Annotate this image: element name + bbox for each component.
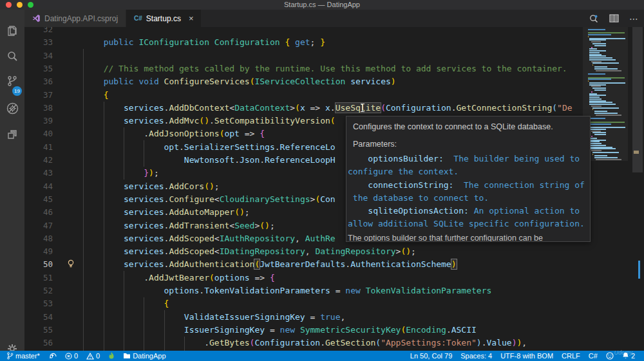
line-number[interactable]: 49 [24,245,53,258]
errors-item[interactable]: 0 [65,352,78,360]
vs-project-icon [32,14,41,23]
code-text: ValidateIssuerSigningKey = true, [63,311,345,324]
line-number[interactable]: 35 [24,62,53,75]
tab-startup-cs[interactable]: C# Startup.cs × [126,10,201,27]
code-line[interactable]: 50 services.AddAuthentication(JwtBearerD… [24,258,628,271]
line-number[interactable]: 45 [24,193,53,206]
source-control-badge: 19 [12,86,22,96]
git-branch-icon [6,352,14,360]
code-line[interactable]: 33 public IConfiguration Configuration {… [24,36,628,49]
code-line[interactable]: 34 [24,50,628,62]
split-editor-icon[interactable] [609,14,619,23]
line-number[interactable]: 43 [24,167,53,180]
line-number[interactable]: 51 [24,272,53,284]
code-text: }); [63,167,159,180]
cursor-position[interactable]: Ln 50, Col 79 [410,352,452,360]
flame-icon[interactable] [108,352,115,360]
code-line[interactable]: 51 .AddJwtBearer(options => { [24,272,628,284]
overview-ruler-marker [634,151,639,154]
more-actions-icon[interactable]: ⋯ [629,14,639,24]
code-line[interactable]: 32 [24,27,628,36]
line-number[interactable]: 46 [24,206,53,219]
line-number[interactable]: 44 [24,180,53,193]
window-title: Startup.cs — DatingApp [0,0,644,10]
line-number[interactable]: 53 [24,297,53,310]
line-number[interactable]: 38 [24,102,53,115]
line-number[interactable]: 32 [24,27,53,36]
tab-label: DatingApp.API.csproj [44,14,118,23]
line-number[interactable]: 34 [24,50,53,62]
git-branch-item[interactable]: master* [6,352,40,360]
code-line[interactable]: 52 options.TokenValidationParameters = n… [24,284,628,297]
line-number[interactable]: 42 [24,154,53,167]
code-text: services.AddDbContext<DataContext>(x => … [63,102,573,115]
code-line[interactable]: 53 { [24,297,628,310]
line-number[interactable]: 40 [24,127,53,140]
warning-icon [86,353,94,360]
find-references-icon[interactable] [589,14,599,24]
search-icon[interactable] [0,44,24,69]
warnings-item[interactable]: 0 [86,352,100,360]
title-bar: Startup.cs — DatingApp [0,0,644,10]
line-number[interactable]: 48 [24,232,53,245]
code-line[interactable]: 35 // This method gets called by the run… [24,62,628,75]
code-text: { [63,297,169,310]
encoding[interactable]: UTF-8 with BOM [500,352,553,360]
code-line[interactable]: 37 { [24,89,628,102]
error-count: 0 [74,352,78,360]
line-number[interactable]: 36 [24,75,53,88]
feedback-smiley-icon[interactable] [606,352,614,360]
code-text: services.AddAutoMapper(); [63,206,250,219]
line-number[interactable]: 37 [24,89,53,102]
status-bar: master* 0 0 DatingApp Ln 50, Col 79 [0,351,644,361]
error-icon [65,353,72,360]
code-line[interactable]: 49 services.AddScoped<IDatingRepository,… [24,245,628,258]
line-number[interactable]: 54 [24,311,53,324]
code-text: // This method gets called by the runtim… [63,62,567,75]
code-line[interactable]: 55 IssuerSigningKey = new SymmetricSecur… [24,324,628,337]
text-cursor-ibeam [362,104,363,112]
tab-datingapp-api-csproj[interactable]: DatingApp.API.csproj [24,10,126,27]
line-number[interactable]: 56 [24,337,53,349]
line-number[interactable]: 33 [24,36,53,49]
code-text: options.TokenValidationParameters = new … [63,284,491,297]
code-text: { [63,89,108,102]
line-number[interactable]: 41 [24,141,53,154]
lightbulb-icon[interactable] [67,259,75,268]
line-number[interactable]: 55 [24,324,53,337]
extensions-icon[interactable] [0,122,24,146]
tooltip-summary: Configures the context to connect to a S… [353,122,583,131]
code-line[interactable]: 56 .GetBytes(Configuration.GetSection("A… [24,337,628,349]
code-text: services.AddScoped<IDatingRepository, Da… [63,245,416,258]
close-tab-icon[interactable]: × [189,14,194,23]
editor-actions: ⋯ [589,10,639,27]
sync-changes-button[interactable] [48,352,57,360]
indentation[interactable]: Spaces: 4 [460,352,492,360]
code-text: services.AddCors(); [63,180,220,193]
language-mode[interactable]: C# [589,352,598,360]
code-text: .GetBytes(Configuration.GetSection("AppS… [63,337,527,349]
video-watermark: Udemy [614,349,632,356]
tooltip-truncated-line: The options builder so that further conf… [348,234,589,242]
line-number[interactable]: 50 [24,258,53,271]
explorer-icon[interactable] [0,19,24,43]
code-text: .AddJwtBearer(options => { [63,272,275,284]
eol-sequence[interactable]: CRLF [562,352,580,360]
tooltip-parameters-label: Parameters: [353,140,583,149]
line-number[interactable]: 47 [24,219,53,232]
workspace-item[interactable]: DatingApp [123,352,166,360]
code-text: Newtonsoft.Json.ReferenceLoopH [63,154,336,167]
code-text: services.AddTransient<Seed>(); [63,219,275,232]
editor-scrollbar[interactable] [628,27,644,351]
code-line[interactable]: 36 public void ConfigureServices(IServic… [24,75,628,88]
code-line[interactable]: 54 ValidateIssuerSigningKey = true, [24,311,628,324]
code-line[interactable]: 38 services.AddDbContext<DataContext>(x … [24,102,628,115]
code-text: .AddJsonOptions(opt => { [63,127,265,140]
debug-icon[interactable] [0,96,24,120]
line-number[interactable]: 52 [24,284,53,297]
source-control-icon[interactable]: 19 [0,69,24,93]
vscode-window: Startup.cs — DatingApp 19 DatingApp.AP [0,0,644,361]
csharp-icon: C# [134,15,142,22]
code-text: opt.SerializerSettings.ReferenceLo [63,141,336,154]
line-number[interactable]: 39 [24,115,53,127]
